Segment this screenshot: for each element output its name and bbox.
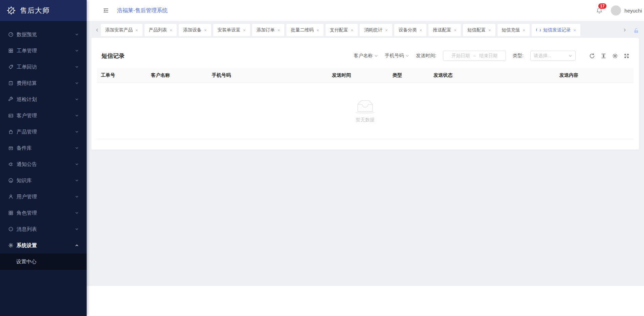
role-grid-icon	[8, 210, 14, 216]
column-header-phone: 手机号码	[208, 72, 328, 78]
tabs-scroll-left-icon[interactable]	[93, 24, 101, 36]
tab-add-install-product[interactable]: 添加安装产品×	[101, 24, 142, 36]
column-header-customer-name: 客户名称	[147, 72, 208, 78]
sidebar-item-data-overview[interactable]: 数据预览	[0, 26, 87, 43]
chevron-down-icon	[75, 227, 79, 231]
sidebar-item-message-list[interactable]: 消息列表	[0, 221, 87, 237]
main-column: 浩福莱-售后管理系统 17 heyuchi 添加安装产品× 产品列表× 添加设备…	[87, 0, 644, 316]
column-header-workorder-no: 工单号	[97, 72, 147, 78]
tabs-scroll-right-icon[interactable]	[621, 24, 628, 36]
sidebar-item-role-management[interactable]: 角色管理	[0, 205, 87, 221]
close-icon[interactable]: ×	[204, 28, 207, 33]
type-select-placeholder: 请选择...	[534, 53, 551, 59]
app-name: 售后大师	[20, 6, 50, 15]
chevron-down-icon	[75, 195, 79, 198]
chevron-down-icon	[374, 54, 378, 58]
wrench-icon	[8, 97, 14, 102]
sidebar-item-product-management[interactable]: 产品管理	[0, 124, 87, 140]
tab-batch-qrcode[interactable]: 批量二维码×	[286, 24, 323, 36]
system-title-link[interactable]: 浩福莱-售后管理系统	[117, 7, 168, 14]
chevron-down-icon	[75, 163, 79, 166]
type-label: 类型:	[513, 53, 524, 59]
close-icon[interactable]: ×	[135, 28, 138, 33]
chevron-down-icon	[569, 54, 572, 58]
sidebar-item-customer-management[interactable]: 客户管理	[0, 107, 87, 124]
page-title: 短信记录	[102, 52, 125, 60]
close-icon[interactable]: ×	[243, 28, 246, 33]
empty-inbox-icon	[354, 99, 376, 114]
phone-filter[interactable]: 手机号码	[385, 53, 409, 59]
topbar-right: 17 heyuchi	[596, 5, 642, 16]
close-icon[interactable]: ×	[488, 28, 491, 33]
tab-push-config[interactable]: 推送配置×	[428, 24, 461, 36]
app-logo[interactable]: 售后大师	[0, 0, 87, 21]
loading-icon	[536, 28, 541, 32]
tab-product-list[interactable]: 产品列表×	[145, 24, 177, 36]
chevron-down-icon	[75, 114, 79, 117]
sidebar-item-user-management[interactable]: 用户管理	[0, 189, 87, 205]
filter-bar: 客户名称 手机号码 发送时间: 开始日期 ~ 结束日期 类型:	[354, 51, 634, 61]
content-area: 短信记录 客户名称 手机号码 发送时间: 开始日期 ~ 结束日期	[87, 36, 644, 286]
column-header-type: 类型	[388, 72, 429, 78]
row-height-icon[interactable]	[601, 53, 606, 59]
type-select[interactable]: 请选择...	[530, 51, 576, 61]
close-icon[interactable]: ×	[316, 28, 319, 33]
chevron-up-icon	[75, 244, 79, 247]
chevron-down-icon	[75, 33, 79, 36]
topbar: 浩福莱-售后管理系统 17 heyuchi	[87, 0, 644, 21]
close-icon[interactable]: ×	[351, 28, 354, 33]
tab-sms-send-records[interactable]: 短信发送记录×	[532, 24, 580, 36]
tab-install-order-settings[interactable]: 安装单设置×	[213, 24, 250, 36]
sidebar-item-system-settings[interactable]: 系统设置	[0, 237, 87, 253]
chevron-down-icon	[75, 98, 79, 101]
tab-add-device[interactable]: 添加设备×	[179, 24, 211, 36]
chevron-down-icon	[75, 179, 79, 182]
notification-badge: 17	[598, 3, 606, 9]
sms-records-card: 短信记录 客户名称 手机号码 发送时间: 开始日期 ~ 结束日期	[91, 38, 639, 150]
bag-icon	[8, 129, 14, 135]
date-separator: ~	[473, 53, 476, 58]
fullscreen-icon[interactable]	[624, 53, 629, 59]
date-range-input[interactable]: 开始日期 ~ 结束日期	[443, 51, 506, 61]
sidebar-item-workorder-followup[interactable]: 工单回访	[0, 59, 87, 75]
settings-gear-icon[interactable]	[612, 53, 618, 59]
notification-bell-icon[interactable]: 17	[596, 7, 603, 14]
avatar[interactable]	[611, 5, 621, 16]
date-start-placeholder: 开始日期	[451, 53, 470, 59]
close-icon[interactable]: ×	[170, 28, 173, 33]
footer-blank	[87, 286, 644, 316]
tag-icon	[8, 64, 14, 70]
tab-sms-recharge[interactable]: 短信充值×	[497, 24, 530, 36]
refresh-icon[interactable]	[589, 53, 595, 59]
sidebar-item-spare-parts[interactable]: 备件库	[0, 140, 87, 156]
workorder-grid-icon	[8, 48, 14, 53]
tabbar: 添加安装产品× 产品列表× 添加设备× 安装单设置× 添加订单× 批量二维码× …	[87, 21, 644, 36]
sidebar: 售后大师 数据预览 工单管理 工单回访 费用结算 巡检计划	[0, 0, 87, 316]
column-header-send-status: 发送状态	[429, 72, 555, 78]
close-icon[interactable]: ×	[385, 28, 388, 33]
customer-name-filter[interactable]: 客户名称	[354, 53, 378, 59]
tab-consumption-stats[interactable]: 消耗统计×	[360, 24, 392, 36]
date-end-placeholder: 结束日期	[479, 53, 497, 59]
close-icon[interactable]: ×	[454, 28, 457, 33]
menu-fold-icon[interactable]	[103, 7, 109, 14]
sidebar-item-inspection-plan[interactable]: 巡检计划	[0, 91, 87, 107]
card-header: 短信记录 客户名称 手机号码 发送时间: 开始日期 ~ 结束日期	[97, 43, 634, 68]
sidebar-item-notice[interactable]: 通知公告	[0, 156, 87, 172]
sidebar-item-knowledge-base[interactable]: 知识库	[0, 172, 87, 189]
sidebar-subitem-settings-center[interactable]: 设置中心	[0, 253, 87, 270]
tab-device-category[interactable]: 设备分类×	[394, 24, 427, 36]
close-icon[interactable]: ×	[420, 28, 422, 33]
sidebar-item-billing[interactable]: 费用结算	[0, 75, 87, 91]
tab-payment-config[interactable]: 支付配置×	[326, 24, 358, 36]
sidebar-item-workorder-management[interactable]: 工单管理	[0, 43, 87, 59]
chevron-down-icon	[75, 130, 79, 133]
username[interactable]: heyuchi	[624, 8, 642, 14]
tab-sms-config[interactable]: 短信配置×	[463, 24, 495, 36]
message-icon	[8, 226, 14, 232]
lock-icon[interactable]	[633, 28, 639, 34]
close-icon[interactable]: ×	[277, 28, 280, 33]
close-icon[interactable]: ×	[573, 28, 576, 33]
close-icon[interactable]: ×	[523, 28, 526, 33]
tab-add-order[interactable]: 添加订单×	[252, 24, 285, 36]
